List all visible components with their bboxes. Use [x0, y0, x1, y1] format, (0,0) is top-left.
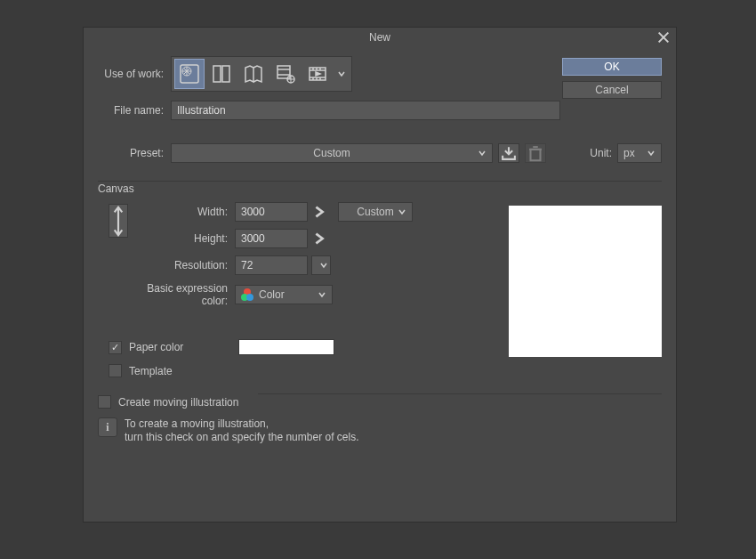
orientation-toggle[interactable] [109, 204, 128, 238]
unit-select[interactable]: px [617, 143, 662, 163]
width-arrow[interactable] [311, 202, 327, 222]
close-button[interactable] [656, 30, 671, 45]
ok-button[interactable]: OK [562, 58, 662, 76]
chevron-down-icon [319, 261, 328, 270]
unit-label: Unit: [590, 147, 612, 159]
width-input[interactable] [235, 202, 308, 222]
save-preset-button[interactable] [498, 143, 519, 163]
work-type-animation[interactable] [302, 59, 333, 89]
expression-color-select[interactable]: Color [235, 285, 333, 304]
moving-illustration-checkbox[interactable] [98, 395, 111, 409]
template-checkbox[interactable] [109, 364, 122, 377]
animation-icon [306, 62, 329, 85]
comic-icon [210, 62, 233, 85]
svg-rect-4 [213, 66, 221, 82]
paper-color-checkbox[interactable] [109, 341, 122, 354]
info-icon: i [98, 417, 117, 437]
file-name-input[interactable] [171, 101, 560, 120]
work-type-illustration[interactable] [174, 59, 205, 89]
work-type-dropdown[interactable] [334, 59, 350, 89]
svg-rect-22 [531, 150, 541, 160]
film-settings-icon [274, 62, 297, 85]
size-preset-select[interactable]: Custom [338, 202, 413, 222]
height-arrow[interactable] [311, 229, 327, 248]
preset-value: Custom [313, 147, 350, 159]
new-document-dialog: New OK Cancel Use of work: [83, 27, 677, 523]
canvas-legend: Canvas [98, 182, 140, 195]
delete-preset-button [525, 143, 546, 163]
preset-select[interactable]: Custom [171, 143, 493, 163]
rgb-icon [241, 288, 253, 301]
dialog-title: New [369, 31, 390, 44]
moving-illustration-label: Create moving illustration [118, 396, 238, 409]
preset-label: Preset: [98, 147, 171, 159]
resolution-preset-select[interactable] [311, 255, 331, 275]
canvas-preview [509, 206, 662, 357]
chevron-right-icon [311, 231, 327, 247]
orientation-icon [109, 202, 127, 240]
trash-icon [526, 143, 545, 163]
cancel-button[interactable]: Cancel [562, 81, 662, 99]
titlebar: New [84, 28, 676, 47]
size-preset-value: Custom [357, 206, 393, 218]
expression-color-label: Basic expression color: [119, 282, 235, 307]
moving-info-text: To create a moving illustration, turn th… [125, 417, 358, 444]
expression-color-value: Color [259, 288, 285, 301]
work-type-show-all[interactable] [270, 59, 301, 89]
resolution-input[interactable] [235, 255, 308, 275]
template-label: Template [129, 365, 173, 377]
work-type-selector [171, 56, 352, 92]
resolution-label: Resolution: [137, 259, 235, 271]
use-of-work-label: Use of work: [98, 68, 171, 80]
width-label: Width: [137, 206, 235, 218]
paper-color-label: Paper color [129, 341, 183, 353]
chevron-down-icon [398, 207, 406, 216]
save-preset-icon [499, 143, 519, 163]
svg-marker-21 [316, 72, 320, 76]
unit-value: px [623, 147, 635, 159]
file-name-label: File name: [98, 104, 171, 117]
height-label: Height: [137, 232, 235, 245]
chevron-down-icon [647, 149, 655, 158]
close-icon [656, 30, 671, 45]
chevron-right-icon [311, 204, 327, 220]
chevron-down-icon [478, 149, 487, 158]
illustration-icon [178, 62, 201, 85]
work-type-book[interactable] [238, 59, 269, 89]
svg-rect-5 [222, 66, 229, 82]
chevron-down-icon [337, 69, 346, 78]
paper-color-swatch[interactable] [238, 339, 334, 355]
book-icon [242, 62, 265, 85]
height-input[interactable] [235, 229, 308, 248]
work-type-comic[interactable] [206, 59, 237, 89]
chevron-down-icon [318, 290, 326, 299]
